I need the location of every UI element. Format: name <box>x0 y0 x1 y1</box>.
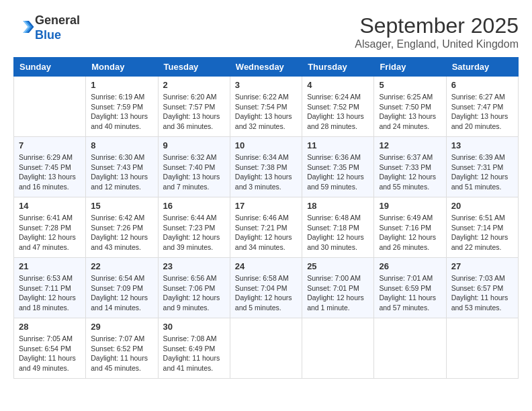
sunset-text: Sunset: 7:54 PM <box>235 102 297 112</box>
sunset-text: Sunset: 7:04 PM <box>235 283 297 293</box>
logo: General Blue <box>13 13 80 42</box>
day-number: 22 <box>91 261 152 271</box>
day-number: 1 <box>91 80 152 90</box>
sunrise-text: Sunrise: 6:27 AM <box>451 92 513 102</box>
sunrise-text: Sunrise: 6:25 AM <box>379 92 441 102</box>
daylight-text: Daylight: 12 hours and 26 minutes. <box>379 232 441 252</box>
sunset-text: Sunset: 6:57 PM <box>451 283 513 293</box>
daylight-text: Daylight: 12 hours and 14 minutes. <box>91 293 152 312</box>
daylight-text: Daylight: 12 hours and 5 minutes. <box>235 293 297 312</box>
daylight-text: Daylight: 12 hours and 9 minutes. <box>163 293 225 312</box>
calendar-cell: 30 Sunrise: 7:08 AM Sunset: 6:49 PM Dayl… <box>158 318 230 379</box>
day-detail: Sunrise: 6:39 AM Sunset: 7:31 PM Dayligh… <box>451 152 513 192</box>
day-detail: Sunrise: 6:53 AM Sunset: 7:11 PM Dayligh… <box>19 273 81 313</box>
day-detail: Sunrise: 6:42 AM Sunset: 7:26 PM Dayligh… <box>91 213 152 253</box>
calendar-cell: 29 Sunrise: 7:07 AM Sunset: 6:52 PM Dayl… <box>86 318 158 379</box>
day-detail: Sunrise: 6:29 AM Sunset: 7:45 PM Dayligh… <box>19 152 81 192</box>
calendar-cell: 13 Sunrise: 6:39 AM Sunset: 7:31 PM Dayl… <box>446 137 518 197</box>
daylight-text: Daylight: 12 hours and 39 minutes. <box>163 232 225 252</box>
sunset-text: Sunset: 7:09 PM <box>91 283 152 293</box>
day-detail: Sunrise: 6:22 AM Sunset: 7:54 PM Dayligh… <box>235 92 297 132</box>
sunset-text: Sunset: 7:11 PM <box>19 283 81 293</box>
sunset-text: Sunset: 7:38 PM <box>235 163 297 173</box>
sunset-text: Sunset: 6:52 PM <box>91 344 152 354</box>
sunset-text: Sunset: 7:59 PM <box>91 102 152 112</box>
sunset-text: Sunset: 7:28 PM <box>19 223 81 233</box>
sunset-text: Sunset: 7:16 PM <box>379 223 441 233</box>
day-detail: Sunrise: 6:51 AM Sunset: 7:14 PM Dayligh… <box>451 213 513 253</box>
col-header-wednesday: Wednesday <box>230 58 302 77</box>
sunset-text: Sunset: 7:45 PM <box>19 163 81 173</box>
daylight-text: Daylight: 13 hours and 7 minutes. <box>163 172 225 191</box>
day-number: 18 <box>307 201 369 211</box>
sunrise-text: Sunrise: 6:49 AM <box>379 213 441 223</box>
day-detail: Sunrise: 6:58 AM Sunset: 7:04 PM Dayligh… <box>235 273 297 313</box>
sunrise-text: Sunrise: 6:24 AM <box>307 92 369 102</box>
daylight-text: Daylight: 12 hours and 59 minutes. <box>307 172 369 191</box>
sunset-text: Sunset: 7:06 PM <box>163 283 225 293</box>
col-header-tuesday: Tuesday <box>158 58 230 77</box>
sunrise-text: Sunrise: 6:39 AM <box>451 152 513 163</box>
daylight-text: Daylight: 12 hours and 55 minutes. <box>379 172 441 191</box>
sunset-text: Sunset: 7:50 PM <box>379 102 441 112</box>
sunset-text: Sunset: 7:47 PM <box>451 102 513 112</box>
sunset-text: Sunset: 6:54 PM <box>19 344 81 354</box>
sunrise-text: Sunrise: 6:34 AM <box>235 152 297 163</box>
calendar-week-row: 21 Sunrise: 6:53 AM Sunset: 7:11 PM Dayl… <box>14 258 519 318</box>
sunrise-text: Sunrise: 7:01 AM <box>379 273 441 283</box>
daylight-text: Daylight: 12 hours and 30 minutes. <box>307 232 369 252</box>
sunset-text: Sunset: 7:52 PM <box>307 102 369 112</box>
day-number: 14 <box>19 201 81 211</box>
calendar-cell: 22 Sunrise: 6:54 AM Sunset: 7:09 PM Dayl… <box>86 258 158 318</box>
daylight-text: Daylight: 12 hours and 47 minutes. <box>19 232 81 252</box>
daylight-text: Daylight: 12 hours and 22 minutes. <box>451 232 513 252</box>
calendar-table: SundayMondayTuesdayWednesdayThursdayFrid… <box>13 57 519 379</box>
sunrise-text: Sunrise: 6:29 AM <box>19 152 81 163</box>
sunrise-text: Sunrise: 6:30 AM <box>91 152 152 163</box>
col-header-friday: Friday <box>374 58 446 77</box>
calendar-cell: 8 Sunrise: 6:30 AM Sunset: 7:43 PM Dayli… <box>86 137 158 197</box>
day-number: 24 <box>235 261 297 271</box>
daylight-text: Daylight: 12 hours and 1 minute. <box>307 293 369 312</box>
calendar-week-row: 1 Sunrise: 6:19 AM Sunset: 7:59 PM Dayli… <box>14 77 519 137</box>
day-detail: Sunrise: 7:07 AM Sunset: 6:52 PM Dayligh… <box>91 334 152 373</box>
daylight-text: Daylight: 12 hours and 18 minutes. <box>19 293 81 312</box>
calendar-cell: 19 Sunrise: 6:49 AM Sunset: 7:16 PM Dayl… <box>374 197 446 258</box>
title-section: September 2025 Alsager, England, United … <box>355 13 519 50</box>
calendar-cell: 25 Sunrise: 7:00 AM Sunset: 7:01 PM Dayl… <box>302 258 374 318</box>
calendar-cell: 21 Sunrise: 6:53 AM Sunset: 7:11 PM Dayl… <box>14 258 86 318</box>
calendar-cell <box>446 318 518 379</box>
calendar-cell: 7 Sunrise: 6:29 AM Sunset: 7:45 PM Dayli… <box>14 137 86 197</box>
sunrise-text: Sunrise: 6:56 AM <box>163 273 225 283</box>
calendar-week-row: 28 Sunrise: 7:05 AM Sunset: 6:54 PM Dayl… <box>14 318 519 379</box>
daylight-text: Daylight: 13 hours and 16 minutes. <box>19 172 81 191</box>
sunset-text: Sunset: 7:26 PM <box>91 223 152 233</box>
day-detail: Sunrise: 7:03 AM Sunset: 6:57 PM Dayligh… <box>451 273 513 313</box>
daylight-text: Daylight: 13 hours and 3 minutes. <box>235 172 297 191</box>
sunrise-text: Sunrise: 6:58 AM <box>235 273 297 283</box>
day-detail: Sunrise: 6:44 AM Sunset: 7:23 PM Dayligh… <box>163 213 225 253</box>
calendar-cell: 18 Sunrise: 6:48 AM Sunset: 7:18 PM Dayl… <box>302 197 374 258</box>
sunset-text: Sunset: 7:14 PM <box>451 223 513 233</box>
day-detail: Sunrise: 6:49 AM Sunset: 7:16 PM Dayligh… <box>379 213 441 253</box>
calendar-cell: 28 Sunrise: 7:05 AM Sunset: 6:54 PM Dayl… <box>14 318 86 379</box>
day-number: 15 <box>91 201 152 211</box>
day-number: 5 <box>379 80 441 90</box>
day-number: 12 <box>379 140 441 150</box>
day-number: 4 <box>307 80 369 90</box>
sunrise-text: Sunrise: 6:48 AM <box>307 213 369 223</box>
sunrise-text: Sunrise: 7:07 AM <box>91 334 152 344</box>
daylight-text: Daylight: 13 hours and 12 minutes. <box>91 172 152 191</box>
calendar-cell <box>302 318 374 379</box>
daylight-text: Daylight: 12 hours and 43 minutes. <box>91 232 152 252</box>
day-detail: Sunrise: 6:48 AM Sunset: 7:18 PM Dayligh… <box>307 213 369 253</box>
sunrise-text: Sunrise: 6:44 AM <box>163 213 225 223</box>
calendar-cell: 2 Sunrise: 6:20 AM Sunset: 7:57 PM Dayli… <box>158 77 230 137</box>
calendar-week-row: 7 Sunrise: 6:29 AM Sunset: 7:45 PM Dayli… <box>14 137 519 197</box>
sunrise-text: Sunrise: 6:32 AM <box>163 152 225 163</box>
day-number: 9 <box>163 140 225 150</box>
day-detail: Sunrise: 6:37 AM Sunset: 7:33 PM Dayligh… <box>379 152 441 192</box>
col-header-thursday: Thursday <box>302 58 374 77</box>
day-detail: Sunrise: 6:54 AM Sunset: 7:09 PM Dayligh… <box>91 273 152 313</box>
day-number: 3 <box>235 80 297 90</box>
